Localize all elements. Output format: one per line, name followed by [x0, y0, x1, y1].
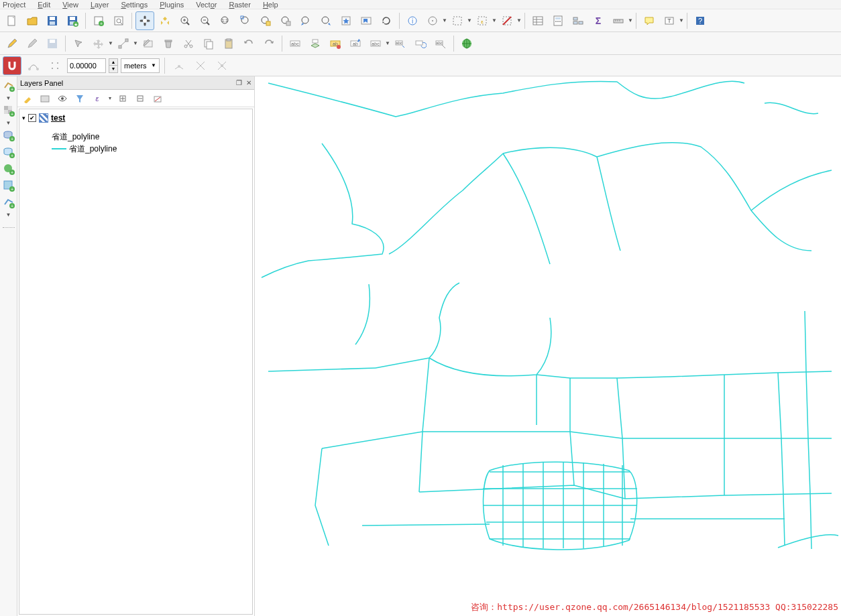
add-wfs-icon[interactable]: + — [1, 195, 16, 210]
maptips-button[interactable] — [640, 11, 659, 30]
multi-editor-button[interactable] — [139, 34, 158, 53]
label-pin-button[interactable]: ab — [346, 34, 365, 53]
annotation-button[interactable]: T — [660, 11, 679, 30]
snap-tolerance-input[interactable] — [67, 58, 106, 73]
delete-selected-button[interactable] — [159, 34, 178, 53]
save-as-button[interactable]: ★ — [63, 11, 82, 30]
menu-raster[interactable]: Raster — [229, 0, 250, 9]
panel-undock-icon[interactable]: ❐ — [236, 79, 242, 86]
help-button[interactable]: ? — [691, 11, 710, 30]
select-rect-button[interactable] — [448, 11, 467, 30]
snap-vertex-button[interactable] — [46, 56, 64, 75]
save-button[interactable] — [43, 11, 62, 30]
stats-button[interactable]: Σ — [589, 11, 608, 30]
topo-edit-button[interactable] — [170, 56, 188, 75]
menu-plugins[interactable]: Plugins — [160, 0, 184, 9]
open-attr-table-button[interactable] — [528, 11, 547, 30]
svg-text:?: ? — [698, 17, 702, 25]
edit-toggle-button[interactable] — [3, 34, 21, 53]
add-feature-button[interactable] — [69, 34, 88, 53]
menu-layer[interactable]: Layer — [91, 0, 109, 9]
svg-rect-30 — [286, 21, 290, 25]
trace-button[interactable] — [24, 56, 43, 75]
add-group-icon[interactable] — [39, 93, 51, 105]
action-button[interactable] — [423, 11, 442, 30]
style-manager-icon[interactable] — [21, 93, 34, 105]
label-move-button[interactable]: abc — [391, 34, 410, 53]
group-checkbox[interactable]: ✔ — [28, 114, 36, 122]
redo-button[interactable] — [260, 34, 278, 53]
label-layer-button[interactable] — [306, 34, 325, 53]
zoom-layer-button[interactable] — [276, 11, 295, 30]
print-composer-button[interactable]: + — [89, 11, 108, 30]
layer-item-1[interactable]: 省道_polyline — [22, 131, 249, 143]
menu-project[interactable]: PProjectroject — [3, 0, 25, 9]
label-show-button[interactable]: abc — [366, 34, 385, 53]
expression-icon[interactable]: ε — [91, 93, 103, 105]
label-change-button[interactable]: abc — [431, 34, 450, 53]
add-raster-icon[interactable]: + — [1, 103, 16, 118]
cut-button[interactable] — [179, 34, 198, 53]
move-feature-button[interactable] — [89, 34, 108, 53]
menu-help[interactable]: Help — [263, 0, 278, 9]
menu-view[interactable]: View — [62, 0, 78, 9]
zoom-full-button[interactable] — [236, 11, 255, 30]
refresh-button[interactable] — [377, 11, 396, 30]
processing-button[interactable] — [569, 11, 587, 30]
add-vector-icon[interactable]: + — [1, 78, 16, 93]
collapse-icon[interactable] — [134, 93, 146, 105]
select-expr-button[interactable]: ε — [473, 11, 492, 30]
measure-button[interactable] — [609, 11, 628, 30]
svg-point-102 — [178, 65, 180, 68]
snap-intersect-button[interactable] — [191, 56, 210, 75]
save-edits-button[interactable] — [43, 34, 62, 53]
pan-to-selection-button[interactable] — [156, 11, 174, 30]
zoom-next-button[interactable] — [317, 11, 335, 30]
svg-point-97 — [36, 68, 39, 70]
remove-layer-icon[interactable] — [152, 93, 164, 105]
show-bookmarks-button[interactable] — [357, 11, 376, 30]
label-abc-button[interactable]: abc — [286, 34, 304, 53]
identify-button[interactable]: i — [403, 11, 422, 30]
layer-group-row[interactable]: ▾ ✔ test — [22, 112, 249, 124]
menu-vector[interactable]: Vector — [196, 0, 217, 9]
copy-button[interactable] — [199, 34, 218, 53]
menu-settings[interactable]: Settings — [121, 0, 148, 9]
composer-manager-button[interactable] — [109, 11, 128, 30]
zoom-selection-button[interactable] — [256, 11, 275, 30]
field-calc-button[interactable] — [549, 11, 567, 30]
wms-button[interactable] — [457, 34, 476, 53]
self-snap-button[interactable] — [213, 56, 231, 75]
label-rotate-button[interactable] — [411, 34, 430, 53]
zoom-last-button[interactable] — [296, 11, 315, 30]
panel-close-icon[interactable]: ✕ — [246, 79, 251, 86]
deselect-button[interactable] — [498, 11, 516, 30]
zoom-out-button[interactable] — [196, 11, 215, 30]
open-project-button[interactable] — [23, 11, 42, 30]
label-highlight-button[interactable]: ab — [326, 34, 345, 53]
add-spatialite-icon[interactable]: + — [1, 145, 16, 160]
new-bookmark-button[interactable] — [337, 11, 355, 30]
add-wms-icon[interactable]: + — [1, 162, 16, 176]
snap-toggle-button[interactable] — [3, 56, 21, 75]
add-postgis-icon[interactable]: + — [1, 128, 16, 143]
new-project-button[interactable] — [3, 11, 21, 30]
layer-tree[interactable]: ▾ ✔ test 省道_polyline 省道_polyline — [19, 109, 253, 615]
paste-button[interactable] — [219, 34, 238, 53]
undo-button[interactable] — [239, 34, 258, 53]
pan-button[interactable] — [135, 11, 154, 30]
toolbar-snapping: ▲▼ meters▼ — [0, 55, 841, 76]
snap-spin[interactable]: ▲▼ — [109, 58, 118, 73]
filter-icon[interactable] — [74, 93, 86, 105]
zoom-in-button[interactable] — [176, 11, 194, 30]
zoom-native-button[interactable]: 1:1 — [216, 11, 235, 30]
layer-item-2[interactable]: 省道_polyline — [22, 143, 249, 155]
add-wcs-icon[interactable]: + — [1, 178, 16, 193]
node-tool-button[interactable] — [114, 34, 133, 53]
menu-edit[interactable]: Edit — [38, 0, 50, 9]
edit-stop-button[interactable] — [23, 34, 42, 53]
visibility-icon[interactable] — [56, 93, 68, 105]
expand-icon[interactable] — [117, 93, 129, 105]
map-canvas[interactable]: 58% ↑19.9K/s ↓4.6K/s 咨询：https://user.qzo… — [255, 76, 841, 616]
snap-unit-select[interactable]: meters▼ — [121, 58, 160, 73]
